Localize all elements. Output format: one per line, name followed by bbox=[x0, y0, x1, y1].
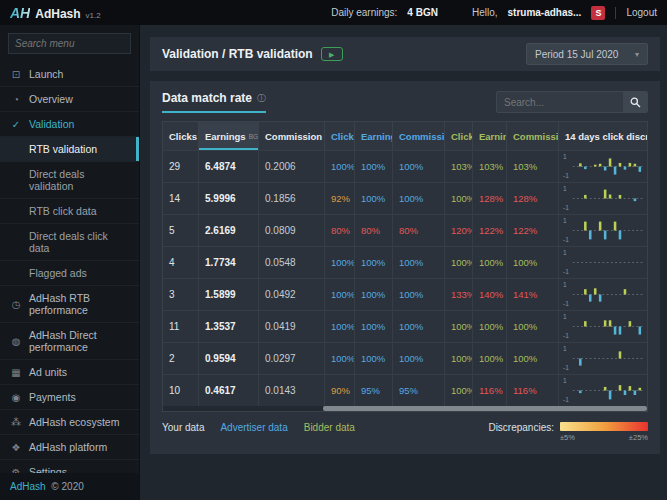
sidebar-subitem-direct-deals-validation[interactable]: Direct deals validation bbox=[0, 162, 139, 199]
your-earnings-cell: 2.6169 bbox=[199, 215, 259, 246]
ecosystem-icon: ⁂ bbox=[10, 417, 22, 428]
your-clicks-cell: 2 bbox=[163, 343, 199, 374]
sidebar-item-launch[interactable]: ⊡Launch bbox=[0, 62, 139, 87]
bidder-commission-cell: 100% bbox=[507, 311, 559, 342]
bidder-clicks-cell: 100% bbox=[445, 375, 473, 406]
discrepancy-gradient bbox=[560, 422, 648, 431]
column-header-your-commission[interactable]: CommissionBGN▾ bbox=[259, 122, 325, 150]
sidebar-item-label: Ad units bbox=[29, 366, 67, 378]
bidder-clicks-cell: 103% bbox=[445, 151, 473, 182]
discrepancy-sparkline: 1-1 bbox=[559, 215, 647, 246]
sidebar-subitem-direct-deals-click-data[interactable]: Direct deals click data bbox=[0, 224, 139, 261]
footer-brand-link[interactable]: AdHash bbox=[10, 481, 46, 492]
sidebar-item-ad-units[interactable]: ▦Ad units bbox=[0, 360, 139, 385]
period-value: Period 15 Jul 2020 bbox=[535, 49, 618, 60]
your-commission-cell: 0.1856 bbox=[259, 183, 325, 214]
table-search-input[interactable] bbox=[497, 92, 623, 112]
sidebar-subitem-rtb-click-data[interactable]: RTB click data bbox=[0, 199, 139, 224]
advertiser-clicks-cell: 100% bbox=[325, 151, 355, 182]
sidebar-item-label: Validation bbox=[29, 118, 74, 130]
logout-button[interactable]: Logout bbox=[626, 7, 657, 18]
legend-your-data[interactable]: Your data bbox=[162, 422, 204, 433]
footer-copyright: © 2020 bbox=[51, 481, 83, 492]
bidder-clicks-cell: 100% bbox=[445, 247, 473, 278]
table-row: 100.46170.014390%95%95%100%116%116% 1-1 bbox=[163, 374, 647, 406]
legend-bidder-data[interactable]: Bidder data bbox=[304, 422, 355, 433]
advertiser-earnings-cell: 100% bbox=[355, 247, 393, 278]
sidebar-item-adhash-platform[interactable]: ❖AdHash platform bbox=[0, 435, 139, 460]
advertiser-clicks-cell: 100% bbox=[325, 247, 355, 278]
daily-earnings-label: Daily earnings: bbox=[331, 7, 397, 18]
app-name: AdHash bbox=[35, 7, 80, 21]
discrepancy-sparkline: 1-1 bbox=[559, 279, 647, 310]
discrepancy-sparkline: 1-1 bbox=[559, 375, 647, 406]
sidebar-item-validation[interactable]: ✓Validation bbox=[0, 112, 139, 137]
column-header-advertiser-commission: Commission bbox=[393, 122, 445, 150]
platform-icon: ❖ bbox=[10, 442, 22, 453]
advertiser-commission-cell: 80% bbox=[393, 215, 445, 246]
direct-performance-icon: ◍ bbox=[10, 336, 22, 347]
panel-title-tab[interactable]: Data match rate ⓘ bbox=[162, 91, 266, 113]
bidder-commission-cell: 100% bbox=[507, 247, 559, 278]
bidder-commission-cell: 128% bbox=[507, 183, 559, 214]
play-button[interactable]: ▶ bbox=[321, 47, 343, 61]
sidebar: ⊡Launch◔Overview✓ValidationRTB validatio… bbox=[0, 25, 140, 500]
sidebar-item-label: AdHash platform bbox=[29, 441, 107, 453]
username[interactable]: struma-adhas... bbox=[507, 7, 581, 18]
bidder-commission-cell: 116% bbox=[507, 375, 559, 406]
advertiser-clicks-cell: 100% bbox=[325, 343, 355, 374]
play-icon: ▶ bbox=[329, 51, 334, 58]
sidebar-footer: AdHash © 2020 bbox=[0, 473, 139, 500]
table-row: 41.77340.0548100%100%100%100%100%100% 1-… bbox=[163, 246, 647, 278]
sidebar-item-label: Launch bbox=[29, 68, 63, 80]
table-header: Clicks▾EarningsBGN▾ⓘCommissionBGN▾Clicks… bbox=[163, 122, 647, 150]
sidebar-search-input[interactable] bbox=[8, 33, 131, 54]
sparkline-axis: 1-1 bbox=[563, 314, 569, 339]
column-header-your-earnings[interactable]: EarningsBGN▾ⓘ bbox=[199, 122, 259, 150]
topbar: AH AdHash v1.2 Daily earnings: 4 BGN Hel… bbox=[0, 0, 667, 25]
search-button[interactable] bbox=[623, 92, 647, 112]
sidebar-subitem-flagged-ads[interactable]: Flagged ads bbox=[0, 261, 139, 286]
bidder-earnings-cell: 116% bbox=[473, 375, 507, 406]
advertiser-earnings-cell: 95% bbox=[355, 375, 393, 406]
user-badge[interactable]: S bbox=[591, 6, 605, 20]
period-select[interactable]: Period 15 Jul 2020 ▾ bbox=[526, 43, 648, 65]
column-header-bidder-clicks: Clicks bbox=[445, 122, 473, 150]
sparkline-axis: 1-1 bbox=[563, 218, 569, 243]
your-commission-cell: 0.0548 bbox=[259, 247, 325, 278]
page-header: Validation / RTB validation ▶ Period 15 … bbox=[150, 37, 660, 71]
search-icon bbox=[630, 97, 641, 108]
bidder-clicks-cell: 100% bbox=[445, 311, 473, 342]
table-row: 296.48740.2006100%100%100%103%103%103% 1… bbox=[163, 150, 647, 182]
advertiser-commission-cell: 100% bbox=[393, 343, 445, 374]
sidebar-item-adhash-ecosystem[interactable]: ⁂AdHash ecosystem bbox=[0, 410, 139, 435]
sidebar-item-payments[interactable]: ◉Payments bbox=[0, 385, 139, 410]
sidebar-item-label: AdHash ecosystem bbox=[29, 416, 119, 428]
sidebar-item-adhash-direct-performance[interactable]: ◍AdHash Direct performance bbox=[0, 323, 139, 360]
your-clicks-cell: 29 bbox=[163, 151, 199, 182]
sidebar-item-settings[interactable]: ⚙Settings bbox=[0, 460, 139, 473]
sidebar-item-adhash-rtb-performance[interactable]: ◷AdHash RTB performance bbox=[0, 286, 139, 323]
bidder-clicks-cell: 100% bbox=[445, 343, 473, 374]
advertiser-clicks-cell: 92% bbox=[325, 183, 355, 214]
table-row: 145.99960.185692%100%100%100%128%128% 1-… bbox=[163, 182, 647, 214]
your-earnings-cell: 1.5899 bbox=[199, 279, 259, 310]
your-clicks-cell: 3 bbox=[163, 279, 199, 310]
sparkline-axis: 1-1 bbox=[563, 378, 569, 403]
daily-earnings-value: 4 BGN bbox=[407, 7, 438, 18]
table-body: 296.48740.2006100%100%100%103%103%103% 1… bbox=[163, 150, 647, 406]
scrollbar-thumb[interactable] bbox=[323, 406, 647, 411]
bidder-commission-cell: 100% bbox=[507, 343, 559, 374]
discrepancy-sparkline: 1-1 bbox=[559, 343, 647, 374]
table-row: 111.35370.0419100%100%100%100%100%100% 1… bbox=[163, 310, 647, 342]
discrepancies-label: Discrepancies: bbox=[488, 422, 554, 433]
app-version: v1.2 bbox=[86, 11, 101, 20]
logo-icon: AH bbox=[10, 5, 30, 21]
your-earnings-cell: 1.7734 bbox=[199, 247, 259, 278]
sidebar-item-label: AdHash RTB performance bbox=[29, 292, 129, 316]
advertiser-clicks-cell: 100% bbox=[325, 311, 355, 342]
legend-advertiser-data[interactable]: Advertiser data bbox=[220, 422, 287, 433]
column-header-your-clicks[interactable]: Clicks▾ bbox=[163, 122, 199, 150]
sidebar-item-overview[interactable]: ◔Overview bbox=[0, 87, 139, 112]
sidebar-subitem-rtb-validation[interactable]: RTB validation bbox=[0, 137, 139, 162]
